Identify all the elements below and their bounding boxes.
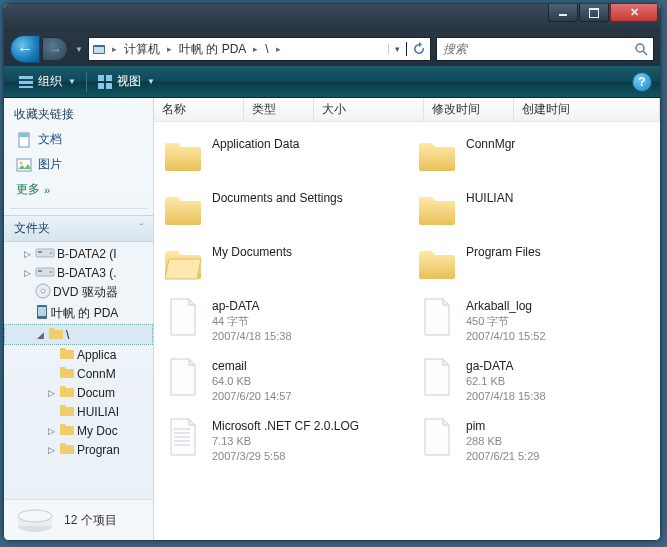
favorite-link[interactable]: 图片 [4, 152, 153, 177]
file-item[interactable]: Microsoft .NET CF 2.0.LOG7.13 KB2007/3/2… [158, 412, 402, 468]
file-item[interactable]: ga-DATA62.1 KB2007/4/18 15:38 [412, 352, 656, 408]
col-type[interactable]: 类型 [244, 98, 314, 121]
drive-icon [16, 506, 54, 534]
tree-label: B-DATA3 (. [57, 266, 117, 280]
views-button[interactable]: 视图 ▼ [91, 71, 161, 92]
search-icon[interactable] [629, 42, 653, 56]
svg-rect-13 [17, 159, 31, 171]
col-size[interactable]: 大小 [314, 98, 424, 121]
tree-label: Docum [77, 386, 115, 400]
breadcrumb-segment[interactable]: 叶帆 的 PDA [175, 41, 250, 58]
tree-item[interactable]: 叶帆 的 PDA [4, 303, 153, 324]
tree-item[interactable]: ◢\ [4, 324, 153, 345]
col-name[interactable]: 名称 [154, 98, 244, 121]
chevron-icon: ▸ [109, 44, 120, 54]
explorer-window: ← → ▼ ▸ 计算机 ▸ 叶帆 的 PDA ▸ \ ▸ ▾ [3, 3, 661, 541]
file-item[interactable]: pim288 KB2007/6/21 5:29 [412, 412, 656, 468]
item-name: HUILIAN [466, 190, 513, 206]
expand-icon[interactable]: ▷ [46, 388, 57, 398]
breadcrumb-segment[interactable]: \ [261, 42, 272, 56]
file-item[interactable]: HUILIAN [412, 184, 656, 234]
svg-rect-5 [19, 81, 33, 84]
col-modified[interactable]: 修改时间 [424, 98, 514, 121]
tree-item[interactable]: DVD 驱动器 [4, 282, 153, 303]
svg-rect-24 [38, 307, 46, 316]
favorite-link[interactable]: 文档 [4, 127, 153, 152]
separator [10, 208, 147, 209]
file-item[interactable]: Program Files [412, 238, 656, 288]
forward-button[interactable]: → [42, 37, 68, 61]
tree-item[interactable]: HUILIAI [4, 402, 153, 421]
items-area[interactable]: Application DataConnMgrDocuments and Set… [154, 122, 660, 540]
file-item[interactable]: My Documents [158, 238, 402, 288]
item-size: 7.13 KB [212, 434, 359, 449]
item-name: Documents and Settings [212, 190, 343, 206]
item-name: pim [466, 418, 539, 434]
tree-item[interactable]: ConnM [4, 364, 153, 383]
file-item[interactable]: ConnMgr [412, 130, 656, 180]
expand-icon[interactable]: ◢ [35, 330, 46, 340]
refresh-button[interactable] [406, 42, 430, 56]
tree-item[interactable]: ▷B-DATA3 (. [4, 263, 153, 282]
svg-rect-4 [19, 76, 33, 79]
folder-icon [416, 188, 458, 230]
help-button[interactable]: ? [632, 72, 652, 92]
tree-item[interactable]: ▷Docum [4, 383, 153, 402]
tree-label: Progran [77, 443, 120, 457]
tree-item[interactable]: ▷B-DATA2 (I [4, 244, 153, 263]
folder-icon [416, 134, 458, 176]
svg-rect-9 [98, 83, 104, 89]
more-links[interactable]: 更多 » [4, 177, 153, 202]
svg-point-2 [636, 44, 644, 52]
expand-icon[interactable]: ▷ [46, 445, 57, 455]
tree-icon [48, 326, 64, 343]
tree-label: ConnM [77, 367, 116, 381]
tree-icon [35, 304, 49, 323]
file-item[interactable]: Arkaball_log450 字节2007/4/10 15:52 [412, 292, 656, 348]
file-item[interactable]: Documents and Settings [158, 184, 402, 234]
back-button[interactable]: ← [10, 35, 40, 63]
item-name: Application Data [212, 136, 299, 152]
maximize-button[interactable] [579, 4, 609, 22]
svg-rect-12 [19, 133, 29, 137]
item-date: 2007/4/18 15:38 [212, 329, 292, 344]
titlebar[interactable] [4, 4, 660, 32]
col-created[interactable]: 创建时间 [514, 98, 660, 121]
separator [86, 72, 87, 92]
organize-label: 组织 [38, 73, 62, 90]
expand-icon[interactable]: ▷ [22, 268, 33, 278]
svg-point-17 [50, 252, 52, 254]
folder-tree: ▷B-DATA2 (I▷B-DATA3 (.DVD 驱动器叶帆 的 PDA◢\A… [4, 242, 153, 499]
address-bar[interactable]: ▸ 计算机 ▸ 叶帆 的 PDA ▸ \ ▸ ▾ [88, 37, 431, 61]
item-count: 12 个项目 [64, 512, 117, 529]
item-size: 44 字节 [212, 314, 292, 329]
expand-icon[interactable]: ▷ [46, 426, 57, 436]
tree-item[interactable]: Applica [4, 345, 153, 364]
tree-item[interactable]: ▷My Doc [4, 421, 153, 440]
address-dropdown[interactable]: ▾ [388, 44, 406, 54]
nav-history-dropdown[interactable]: ▼ [72, 45, 86, 54]
search-bar[interactable] [436, 37, 654, 61]
file-icon [416, 356, 458, 398]
tree-icon [59, 384, 75, 401]
folder-icon [162, 134, 204, 176]
item-date: 2007/3/29 5:58 [212, 449, 359, 464]
tree-label: \ [66, 328, 69, 342]
svg-rect-10 [106, 83, 112, 89]
breadcrumb-segment[interactable]: 计算机 [120, 41, 164, 58]
minimize-button[interactable] [548, 4, 578, 22]
expand-icon[interactable]: ▷ [22, 249, 33, 259]
file-item[interactable]: ap-DATA44 字节2007/4/18 15:38 [158, 292, 402, 348]
search-input[interactable] [437, 42, 629, 56]
close-button[interactable] [610, 4, 658, 22]
organize-button[interactable]: 组织 ▼ [12, 71, 82, 92]
item-size: 288 KB [466, 434, 539, 449]
tree-icon [59, 346, 75, 363]
tree-item[interactable]: ▷Progran [4, 440, 153, 459]
file-item[interactable]: Application Data [158, 130, 402, 180]
tree-icon [35, 283, 51, 302]
svg-rect-7 [98, 75, 104, 81]
file-item[interactable]: cemail64.0 KB2007/6/20 14:57 [158, 352, 402, 408]
folders-header[interactable]: 文件夹 ˇ [4, 215, 153, 242]
nav-bar: ← → ▼ ▸ 计算机 ▸ 叶帆 的 PDA ▸ \ ▸ ▾ [4, 32, 660, 66]
